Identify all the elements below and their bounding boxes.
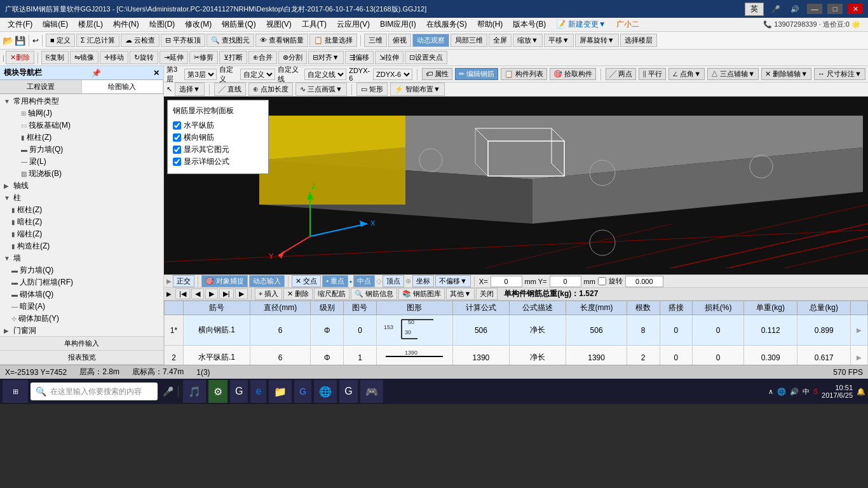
extend-button[interactable]: ⇥延伸 xyxy=(159,51,188,64)
select-button[interactable]: 选择▼ xyxy=(175,83,205,96)
task-chrome[interactable]: G xyxy=(294,380,311,403)
two-point-btn[interactable]: ╱ 两点 xyxy=(606,68,636,80)
menu-draw[interactable]: 绘图(D) xyxy=(144,18,180,31)
tree-axis[interactable]: ⊞ 轴网(J) xyxy=(1,107,162,119)
tree-wall-masonry[interactable]: ▬ 砌体墙(Q) xyxy=(1,288,162,301)
menu-cloud[interactable]: 云应用(V) xyxy=(332,18,375,31)
rotate-button[interactable]: ↻旋转 xyxy=(130,51,158,64)
del-aux-btn[interactable]: ✕ 删除辅轴▼ xyxy=(761,68,811,80)
type-select[interactable]: 自定义 xyxy=(240,69,275,80)
eam-button[interactable]: 英 xyxy=(745,3,764,16)
menu-bim[interactable]: BIM应用(I) xyxy=(375,18,421,31)
tree-shear-wall[interactable]: ▬ 剪力墙(Q) xyxy=(1,144,162,156)
menu-new-change[interactable]: 📝 新建变更▼ xyxy=(551,18,611,31)
level-slab-button[interactable]: ⊟ 平齐板顶 xyxy=(161,34,205,47)
tree-col-group[interactable]: ▼ 柱 xyxy=(1,192,162,204)
menu-floor[interactable]: 楼层(L) xyxy=(73,18,108,31)
intersection-button[interactable]: ✕ 交点 xyxy=(292,275,321,287)
task-explorer[interactable]: 📁 xyxy=(269,380,292,403)
tray-arrow[interactable]: ∧ xyxy=(768,388,773,396)
cloud-check-button[interactable]: ☁ 云检查 xyxy=(121,34,159,47)
rotate-checkbox[interactable] xyxy=(598,277,606,285)
menu-file[interactable]: 文件(F) xyxy=(3,18,37,31)
stretch-button[interactable]: ⇲拉伸 xyxy=(375,51,403,64)
task-music[interactable]: 🎵 xyxy=(183,380,206,403)
pick-component-button[interactable]: 🎯 拾取构件 xyxy=(550,68,596,80)
start-button[interactable]: ⊞ xyxy=(3,380,28,403)
view-rebar-button[interactable]: 👁 查看钢筋量 xyxy=(255,34,308,47)
rebar-info-button[interactable]: 🔍 钢筋信息 xyxy=(351,288,397,300)
zoom-button[interactable]: 缩放▼ xyxy=(513,34,543,47)
undo-icon[interactable]: ↩ xyxy=(32,36,39,45)
nav-prev-button[interactable]: ◀ xyxy=(191,288,204,299)
trim-button[interactable]: ✂修剪 xyxy=(189,51,218,64)
detail-formula-check[interactable]: 显示详细公式 xyxy=(173,156,263,167)
horizontal-rebar-checkbox[interactable] xyxy=(173,121,181,130)
object-snap-button[interactable]: 🎯 对象捕捉 xyxy=(201,275,248,287)
table-row[interactable]: 1* 横向钢筋.1 6 Φ 0 50 153 30 xyxy=(165,315,868,346)
top-view-button[interactable]: 俯视 xyxy=(388,34,411,47)
batch-select-button[interactable]: 📋 批量选择 xyxy=(309,34,357,47)
delete-row-button[interactable]: ✕ 删除 xyxy=(283,288,313,300)
set-grip-button[interactable]: ⊡设置夹点 xyxy=(405,51,447,64)
tree-col-frame[interactable]: ▮ 框柱(Z) xyxy=(1,204,162,216)
nav-last-button[interactable]: ▶| xyxy=(219,288,234,299)
panel-pin-icon[interactable]: 📌 xyxy=(92,69,101,78)
task-browser[interactable]: 🌐 xyxy=(314,380,337,403)
menu-help[interactable]: 帮助(H) xyxy=(472,18,508,31)
offset-button[interactable]: ⇶偏移 xyxy=(345,51,374,64)
menu-rebar-qty[interactable]: 钢筋量(Q) xyxy=(217,18,261,31)
three-arc-button[interactable]: ∿ 三点画弧▼ xyxy=(295,83,347,96)
custom-line-select[interactable]: 自定义线 xyxy=(304,69,346,80)
task-ggj[interactable]: ⚙ xyxy=(208,380,227,403)
midpoint-button[interactable]: • 重点 xyxy=(322,275,348,287)
tree-col-structural[interactable]: ▮ 构造柱(Z) xyxy=(1,240,162,252)
select-floor-button[interactable]: 选择楼层 xyxy=(620,34,657,47)
rebar-gallery-button[interactable]: 📚 钢筋图库 xyxy=(398,288,445,300)
delete-button[interactable]: ✕删除 xyxy=(6,51,34,64)
split-button[interactable]: ⊗分割 xyxy=(278,51,307,64)
transverse-rebar-checkbox[interactable] xyxy=(173,133,181,142)
find-element-button[interactable]: 🔍 查找图元 xyxy=(207,34,254,47)
panel-close-icon[interactable]: ✕ xyxy=(153,69,159,78)
horizontal-rebar-check[interactable]: 水平纵筋 xyxy=(173,120,263,131)
pan-button[interactable]: 平移▼ xyxy=(544,34,574,47)
center-button[interactable]: 中点 xyxy=(353,275,375,287)
fullscreen-button[interactable]: 全屏 xyxy=(489,34,512,47)
viewport-3d[interactable]: 钢筋显示控制面板 水平纵筋 横向钢筋 显示其它图元 显示详细公式 xyxy=(164,97,868,274)
tab-project-settings[interactable]: 工程设置 xyxy=(0,80,82,93)
break-button[interactable]: ⊻打断 xyxy=(219,51,247,64)
3d-button[interactable]: 三维 xyxy=(364,34,387,47)
tree-door-window[interactable]: ▶ 门窗洞 xyxy=(1,325,162,336)
dynamic-input-button[interactable]: 动态输入 xyxy=(249,275,285,287)
screen-rotate-button[interactable]: 屏幕旋转▼ xyxy=(575,34,619,47)
maximize-button[interactable]: □ xyxy=(827,4,843,14)
menu-component[interactable]: 构件(N) xyxy=(108,18,144,31)
mirror-button[interactable]: ⇋镜像 xyxy=(70,51,98,64)
layer-select[interactable]: 第3层 xyxy=(184,69,217,80)
line-button[interactable]: ╱ 直线 xyxy=(214,83,246,96)
task-app7[interactable]: G xyxy=(339,380,357,403)
detail-formula-checkbox[interactable] xyxy=(173,158,181,166)
other-elements-checkbox[interactable] xyxy=(173,146,181,154)
single-component-input-button[interactable]: 单构件输入 xyxy=(0,337,163,351)
tree-col-hidden[interactable]: ▮ 暗柱(Z) xyxy=(1,216,162,228)
menu-guangxiao[interactable]: 广小二 xyxy=(611,18,644,31)
define-button[interactable]: ■ 定义 xyxy=(46,34,75,47)
tab-draw-input[interactable]: 绘图输入 xyxy=(82,80,164,93)
task-app3[interactable]: G xyxy=(230,380,248,403)
merge-button[interactable]: ⊕合并 xyxy=(248,51,277,64)
nav-next-button[interactable]: ▶ xyxy=(205,288,218,299)
move-button[interactable]: ✛移动 xyxy=(100,51,128,64)
tree-frame-col[interactable]: ▮ 框柱(Z) xyxy=(1,132,162,144)
tree-axis-group[interactable]: ▶ 轴线 xyxy=(1,180,162,192)
menu-version[interactable]: 版本号(B) xyxy=(508,18,551,31)
menu-edit[interactable]: 编辑(E) xyxy=(37,18,73,31)
report-preview-button[interactable]: 报表预览 xyxy=(0,351,163,365)
partial-3d-button[interactable]: 局部三维 xyxy=(451,34,487,47)
close-button[interactable]: ✕ xyxy=(848,4,863,14)
notification-icon[interactable]: 🔔 xyxy=(857,388,865,396)
point-length-button[interactable]: ⊕ 点加长度 xyxy=(248,83,293,96)
close-table-button[interactable]: 关闭 xyxy=(476,288,498,300)
dim-label-btn[interactable]: ↔ 尺寸标注▼ xyxy=(814,68,865,80)
